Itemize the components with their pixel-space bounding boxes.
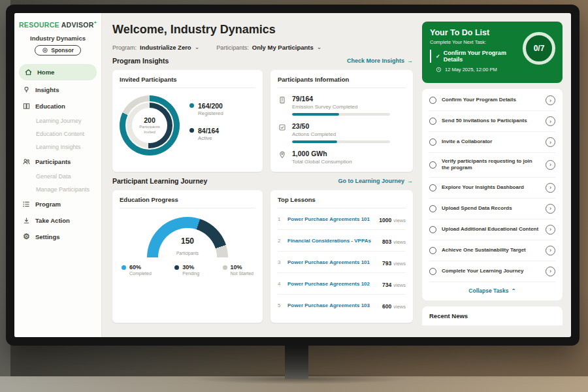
sidebar-item-manage-participants[interactable]: Manage Participants: [14, 183, 101, 196]
checklist-icon: [278, 122, 287, 143]
info-row-actions: 23/50 Actions Completed: [278, 122, 406, 143]
task-checkbox[interactable]: [429, 226, 436, 233]
lesson-link[interactable]: Power Purchase Agreements 101: [287, 216, 374, 222]
sidebar-item-label: Program: [35, 201, 61, 208]
sidebar-item-general-data[interactable]: General Data: [14, 170, 101, 183]
chevron-right-icon[interactable]: ›: [546, 95, 555, 105]
filters-row: Program: Industrialize Zero ⌄ Participan…: [112, 44, 413, 51]
learning-journey-heading: Participant Learning Journey: [112, 177, 207, 185]
task-checkbox[interactable]: [429, 247, 436, 254]
sidebar-item-education-content[interactable]: Education Content: [14, 127, 101, 140]
lesson-link[interactable]: Power Purchase Agreements 102: [287, 281, 378, 287]
top-lessons-card: Top Lessons 1 Power Purchase Agreements …: [270, 190, 413, 323]
task-checkbox[interactable]: [429, 139, 436, 146]
task-row-upload-educational-content[interactable]: Upload Additional Educational Content ›: [429, 220, 555, 240]
invited-participants-card: Invited Participants 200 Participants In…: [112, 70, 263, 172]
chevron-down-icon: ⌄: [317, 44, 322, 50]
task-row-confirm-program[interactable]: Confirm Your Program Details ›: [429, 90, 555, 111]
task-row-explore-insights[interactable]: Explore Your Insights Dashboard ›: [429, 178, 555, 199]
task-row-upload-spend-data[interactable]: Upload Spend Data Records ›: [429, 199, 555, 220]
screen: RESOURCE ADVISOR+ Industry Dynamics Spon…: [14, 13, 571, 337]
task-row-complete-learning-journey[interactable]: Complete Your Learning Journey ›: [429, 261, 555, 282]
sponsor-icon: [42, 47, 48, 54]
sidebar-item-education[interactable]: Education: [14, 98, 101, 114]
education-gauge-chart: 150 Participants: [147, 217, 228, 257]
monitor-bezel: RESOURCE ADVISOR+ Industry Dynamics Spon…: [6, 5, 580, 346]
lesson-row: 2 Financial Considerations - VPPAs 803vi…: [278, 230, 406, 252]
task-checkbox[interactable]: [429, 205, 436, 212]
sidebar-item-participants[interactable]: Participants: [14, 154, 101, 170]
sidebar-item-take-action[interactable]: Take Action: [14, 212, 101, 229]
sidebar-item-program[interactable]: Program: [14, 196, 101, 212]
sidebar-item-home[interactable]: Home: [19, 64, 97, 80]
program-filter-label: Program:: [112, 44, 137, 51]
task-row-invite-collaborator[interactable]: Invite a Collaborator ›: [429, 132, 555, 153]
task-checkbox[interactable]: [429, 97, 436, 104]
task-row-verify-participants[interactable]: Verify participants requesting to join t…: [429, 153, 555, 178]
sidebar-item-label: Settings: [35, 233, 59, 240]
lesson-link[interactable]: Power Purchase Agreements 103: [287, 302, 378, 308]
chevron-right-icon[interactable]: ›: [546, 225, 555, 235]
brand-secondary: ADVISOR: [61, 21, 94, 29]
chevron-right-icon[interactable]: ›: [546, 160, 555, 170]
education-card-title: Education Progress: [120, 196, 255, 208]
program-filter[interactable]: Program: Industrialize Zero ⌄: [112, 44, 199, 51]
task-checkbox[interactable]: [429, 118, 436, 125]
info-row-survey: 79/164 Emission Survey Completed: [278, 95, 406, 116]
lesson-row: 3 Power Purchase Agreements 101 793views: [278, 252, 406, 273]
recent-news-card: Recent News: [422, 306, 563, 325]
task-row-send-invitations[interactable]: Send 50 Invitations to Participants ›: [429, 111, 555, 132]
clipboard-icon: [278, 95, 287, 116]
lesson-row: 4 Power Purchase Agreements 102 734views: [278, 273, 406, 295]
people-icon: [22, 157, 31, 166]
legend-completed: 60% Completed: [122, 264, 152, 276]
chevron-down-icon: ⌄: [195, 44, 200, 50]
todo-next-task[interactable]: ✓ Confirm Your Program Details: [430, 50, 525, 63]
chevron-right-icon[interactable]: ›: [546, 246, 555, 255]
arrow-right-icon: →: [407, 57, 413, 64]
participants-filter-value: Only My Participants: [252, 44, 314, 51]
task-checkbox[interactable]: [429, 268, 436, 275]
lesson-link[interactable]: Power Purchase Agreements 101: [287, 259, 378, 265]
chevron-right-icon[interactable]: ›: [546, 204, 555, 214]
sidebar-item-learning-journey[interactable]: Learning Journey: [14, 114, 101, 127]
chevron-right-icon[interactable]: ›: [546, 116, 555, 126]
sidebar-item-learning-insights[interactable]: Learning Insights: [14, 140, 101, 154]
brand-primary: RESOURCE: [19, 21, 59, 29]
participants-filter[interactable]: Participants: Only My Participants ⌄: [216, 44, 321, 51]
sidebar-item-label: Participants: [35, 158, 71, 165]
lesson-row: 5 Power Purchase Agreements 103 600views: [278, 295, 406, 316]
sidebar-item-settings[interactable]: ⚙ Settings: [14, 229, 101, 245]
chevron-right-icon[interactable]: ›: [546, 267, 555, 276]
participants-filter-label: Participants:: [216, 44, 249, 51]
chevron-up-icon: ⌃: [512, 287, 516, 294]
monitor-stand: [285, 342, 308, 379]
chevron-right-icon[interactable]: ›: [546, 183, 555, 193]
task-checkbox[interactable]: [429, 161, 436, 169]
invited-donut-chart: 200 Participants Invited: [120, 95, 180, 155]
education-progress-card: Education Progress 150 Participants 60% …: [112, 190, 263, 323]
legend-pending: 30% Pending: [174, 264, 199, 276]
book-icon: [22, 102, 31, 110]
go-to-learning-journey-link[interactable]: Go to Learning Journey →: [338, 178, 413, 184]
chevron-right-icon[interactable]: ›: [546, 137, 555, 147]
todo-panel: Your To Do List Complete Your Next Task:…: [422, 13, 571, 337]
lesson-link[interactable]: Financial Considerations - VPPAs: [287, 238, 378, 244]
check-more-insights-link[interactable]: Check More Insights →: [347, 57, 413, 64]
page-title: Welcome, Industry Dynamics: [112, 23, 413, 37]
legend-registered: 164/200 Registered: [189, 102, 223, 116]
survey-progress-bar: [292, 113, 390, 116]
sidebar-item-insights[interactable]: Insights: [14, 82, 101, 98]
donut-center-label: Participants Invited: [135, 125, 164, 135]
collapse-tasks-link[interactable]: Collapse Tasks ⌃: [429, 282, 555, 299]
lightbulb-icon: [22, 86, 31, 94]
sponsor-badge[interactable]: Sponsor: [35, 45, 80, 56]
lesson-row: 1 Power Purchase Agreements 101 1000view…: [278, 208, 406, 230]
arrow-right-icon: →: [407, 178, 413, 184]
sidebar-nav: Home Insights Education Learning Journey…: [14, 64, 101, 245]
task-checkbox[interactable]: [429, 184, 436, 191]
legend-not-started: 10% Not Started: [223, 264, 253, 276]
sidebar-item-label: Education: [35, 103, 65, 110]
task-row-achieve-target[interactable]: Achieve One Sustainability Target ›: [429, 240, 555, 261]
todo-due: 12 May 2025, 12:00 PM: [430, 67, 555, 73]
